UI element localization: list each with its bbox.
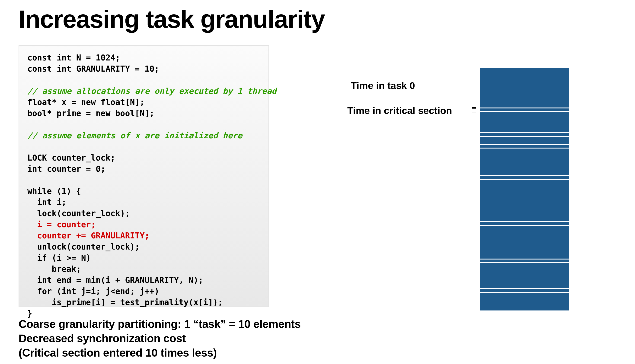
code-line: unlock(counter_lock); xyxy=(27,242,140,252)
slide-title: Increasing task granularity xyxy=(19,5,616,34)
task-block xyxy=(480,180,569,221)
code-line: for (int j=i; j<end; j++) xyxy=(27,286,159,296)
code-line: while (1) { xyxy=(27,186,81,196)
code-line: float* x = new float[N]; xyxy=(27,98,145,107)
task-block xyxy=(480,148,569,175)
code-critical-line: counter += GRANULARITY; xyxy=(27,231,150,240)
code-comment: // assume elements of x are initialized … xyxy=(27,131,242,140)
code-comment: // assume allocations are only executed … xyxy=(27,86,277,96)
connector-line xyxy=(454,111,472,111)
slide-caption: Coarse granularity partitioning: 1 “task… xyxy=(19,317,301,360)
code-line: if (i >= N) xyxy=(27,253,91,262)
caption-line: (Critical section entered 10 times less) xyxy=(19,346,301,360)
critical-block xyxy=(480,260,569,262)
label-time-task0: Time in task 0 xyxy=(292,80,415,91)
critical-block xyxy=(480,176,569,179)
code-critical-line: i = counter; xyxy=(27,220,96,229)
code-block: const int N = 1024; const int GRANULARIT… xyxy=(19,45,269,307)
task-block xyxy=(480,137,569,144)
task-block xyxy=(480,293,569,310)
critical-block xyxy=(480,145,569,148)
critical-block xyxy=(480,289,569,292)
task-block xyxy=(480,263,569,288)
code-line: is_prime[i] = test_primality(x[i]); xyxy=(27,298,223,307)
code-line: } xyxy=(27,309,32,318)
code-line: int i; xyxy=(27,198,67,207)
critical-block xyxy=(480,133,569,136)
critical-block xyxy=(480,222,569,225)
task-block xyxy=(480,226,569,258)
code-line: const int N = 1024; xyxy=(27,53,120,62)
code-line: const int GRANULARITY = 10; xyxy=(27,64,159,74)
connector-line xyxy=(417,86,472,86)
bracket-task0 xyxy=(474,68,474,108)
caption-line: Decreased synchronization cost xyxy=(19,331,301,346)
caption-line: Coarse granularity partitioning: 1 “task… xyxy=(19,317,301,331)
code-line: int end = min(i + GRANULARITY, N); xyxy=(27,276,203,285)
task-block xyxy=(480,112,569,132)
label-time-critical: Time in critical section xyxy=(292,105,452,116)
bracket-critical xyxy=(474,108,474,113)
code-line: bool* prime = new bool[N]; xyxy=(27,109,154,118)
critical-block xyxy=(480,108,569,111)
code-line: break; xyxy=(27,264,81,274)
code-line: LOCK counter_lock; xyxy=(27,153,115,162)
code-line: lock(counter_lock); xyxy=(27,209,130,218)
task-block xyxy=(480,68,569,108)
task-diagram xyxy=(480,68,569,312)
code-line: int counter = 0; xyxy=(27,164,106,174)
